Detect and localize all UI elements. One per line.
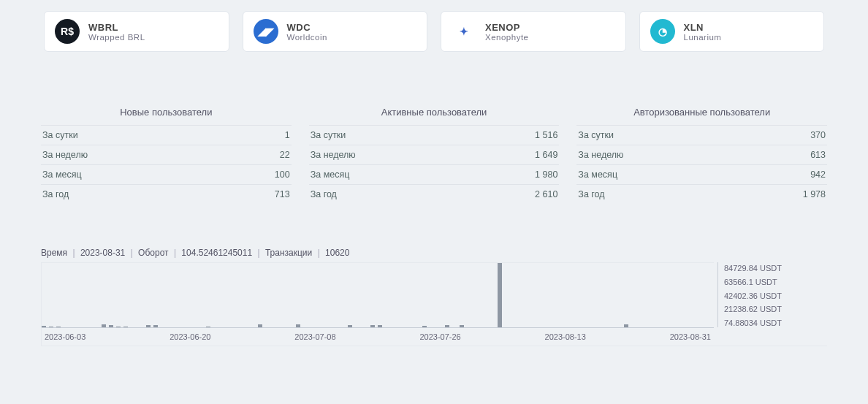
stat-value: 713 bbox=[275, 189, 290, 199]
coin-symbol: XENOP bbox=[485, 22, 529, 33]
coin-cards-row: R$ WBRL Wrapped BRL ◢◤ WDC Worldcoin ✦ X… bbox=[0, 0, 868, 52]
chart-box[interactable]: 2023-06-032023-06-202023-07-082023-07-26… bbox=[41, 262, 827, 346]
coin-symbol: XLN bbox=[684, 22, 722, 33]
stats-row: Новые пользователи За сутки1 За неделю22… bbox=[0, 52, 868, 204]
chart-x-tick: 2023-07-26 bbox=[419, 332, 460, 346]
stat-title: Активные пользователи bbox=[309, 107, 560, 125]
chart-bar[interactable] bbox=[498, 263, 502, 327]
stat-value: 1 516 bbox=[535, 130, 557, 140]
stat-value: 1 bbox=[285, 130, 290, 140]
chart-x-tick: 2023-06-03 bbox=[45, 332, 85, 346]
chart-y-tick: 84729.84 USDT bbox=[724, 264, 827, 272]
coin-icon: ✦ bbox=[452, 19, 476, 44]
chart-y-tick: 74.88034 USDT bbox=[724, 319, 827, 327]
coin-name-label: Wrapped BRL bbox=[88, 33, 145, 42]
stat-value: 942 bbox=[810, 169, 826, 180]
stat-label: За год bbox=[578, 189, 604, 199]
coin-name-label: Xenophyte bbox=[485, 33, 529, 42]
stat-label: За сутки bbox=[578, 130, 614, 140]
coin-symbol: WBRL bbox=[88, 22, 145, 33]
coin-symbol: WDC bbox=[287, 22, 327, 33]
coin-icon: R$ bbox=[55, 19, 80, 44]
stat-label: За год bbox=[311, 189, 337, 199]
stat-value: 613 bbox=[810, 150, 826, 160]
chart-tx-label: Транзакции bbox=[265, 248, 312, 258]
stat-label: За неделю bbox=[578, 150, 623, 160]
stat-title: Новые пользователи bbox=[41, 107, 292, 125]
stat-label: За сутки bbox=[42, 130, 78, 140]
stat-block-new-users: Новые пользователи За сутки1 За неделю22… bbox=[41, 107, 292, 204]
chart-tx-value: 10620 bbox=[315, 248, 350, 258]
chart-turnover-label: Оборот bbox=[138, 248, 168, 258]
coin-card-wdc[interactable]: ◢◤ WDC Worldcoin bbox=[243, 11, 428, 52]
coin-icon: ◔ bbox=[650, 19, 675, 44]
coin-card-xenop[interactable]: ✦ XENOP Xenophyte bbox=[441, 11, 626, 52]
stat-block-active-users: Активные пользователи За сутки1 516 За н… bbox=[309, 107, 560, 204]
stat-value: 100 bbox=[275, 169, 290, 180]
stat-label: За неделю bbox=[42, 150, 88, 160]
chart-y-tick: 42402.36 USDT bbox=[724, 291, 827, 300]
chart-turnover-value: 104.52461245011 bbox=[171, 248, 252, 258]
chart-info-line: Время 2023-08-31 Оборот 104.52461245011 … bbox=[41, 248, 827, 258]
chart-time-value: 2023-08-31 bbox=[69, 248, 125, 258]
turnover-chart: Время 2023-08-31 Оборот 104.52461245011 … bbox=[0, 204, 868, 346]
coin-card-wbrl[interactable]: R$ WBRL Wrapped BRL bbox=[44, 11, 229, 52]
coin-name-label: Lunarium bbox=[684, 33, 722, 42]
chart-x-tick: 2023-06-20 bbox=[170, 332, 210, 346]
stat-label: За неделю bbox=[311, 150, 356, 160]
chart-y-axis: 84729.84 USDT63566.1 USDT42402.36 USDT21… bbox=[717, 262, 827, 327]
stat-label: За год bbox=[42, 189, 69, 199]
coin-card-xln[interactable]: ◔ XLN Lunarium bbox=[639, 11, 825, 52]
stat-value: 1 649 bbox=[535, 150, 557, 160]
stat-label: За месяц bbox=[42, 169, 82, 180]
stat-value: 370 bbox=[810, 130, 826, 140]
chart-x-tick: 2023-08-13 bbox=[545, 332, 586, 346]
stat-value: 2 610 bbox=[535, 189, 557, 199]
chart-time-label: Время bbox=[41, 248, 67, 258]
chart-x-tick: 2023-07-08 bbox=[294, 332, 335, 346]
coin-icon: ◢◤ bbox=[254, 19, 278, 44]
stat-label: За месяц bbox=[311, 169, 350, 180]
stat-label: За сутки bbox=[311, 130, 346, 140]
stat-value: 1 978 bbox=[803, 189, 826, 199]
chart-x-axis: 2023-06-032023-06-202023-07-082023-07-26… bbox=[42, 327, 714, 346]
coin-name-label: Worldcoin bbox=[287, 33, 327, 42]
chart-x-tick: 2023-08-31 bbox=[670, 332, 711, 346]
chart-y-tick: 21238.62 USDT bbox=[724, 305, 827, 313]
stat-value: 22 bbox=[280, 150, 290, 160]
stat-block-authorized-users: Авторизованные пользователи За сутки370 … bbox=[576, 107, 827, 204]
stat-label: За месяц bbox=[578, 169, 617, 180]
stat-value: 1 980 bbox=[535, 169, 557, 180]
stat-title: Авторизованные пользователи bbox=[576, 107, 827, 125]
chart-y-tick: 63566.1 USDT bbox=[724, 278, 827, 286]
chart-plot-area bbox=[42, 262, 714, 327]
